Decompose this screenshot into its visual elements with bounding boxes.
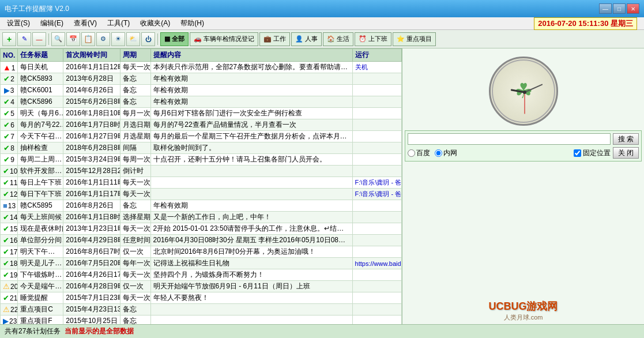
header-action[interactable]: 运行 xyxy=(352,49,401,62)
add-button[interactable]: + xyxy=(2,32,16,46)
cell-period: 每天一次 xyxy=(120,62,150,73)
filter-car-icon: 🚗 xyxy=(194,35,202,43)
cell-time: 2016年1月8日10时50分 xyxy=(63,108,120,119)
icon-btn1[interactable]: ☀ xyxy=(111,32,125,46)
table-row[interactable]: ✔15 现在是夜休时间 2013年1月23日1时50分 每天一次 2开始 201… xyxy=(1,223,402,235)
cell-title: 明天（每月6… xyxy=(18,108,63,119)
table-row[interactable]: ✔6 每月的7号22… 2016年1月7日8时55分 月选日期 每月的7号22查… xyxy=(1,119,402,131)
table-row[interactable]: ✔9 每周二上周… 2015年3月24日9时45分 每周一次 十点召开，还剩十五… xyxy=(1,154,402,166)
menu-help[interactable]: 帮助(H) xyxy=(176,17,209,29)
search-tool-button[interactable]: 🔍 xyxy=(51,32,65,46)
radio-baidu-text: 百度 xyxy=(416,148,430,158)
menu-settings[interactable]: 设置(S) xyxy=(2,17,35,29)
edit-button[interactable]: ✎ xyxy=(17,32,31,46)
radio-intranet-label[interactable]: 内网 xyxy=(435,148,457,158)
cell-period: 每天一次 xyxy=(120,269,150,281)
filter-life[interactable]: 🏠 生活 xyxy=(323,32,353,46)
filter-hr-icon: 👤 xyxy=(295,35,303,43)
table-container[interactable]: NO. 任务标题 首次闹铃时间 周期 提醒内容 运行 ▲1 每日关机 2016年… xyxy=(0,48,402,324)
search-button[interactable]: 搜 索 xyxy=(613,133,639,145)
fixpos-checkbox[interactable] xyxy=(574,149,581,157)
cell-content: 记得送上祝福和生日礼物 xyxy=(150,258,352,269)
cell-title: 赣CK6001 xyxy=(18,85,63,96)
table-row[interactable]: ✔12 每日下午下班 2016年1月1日17时47分 每天一次 F:\音乐\龚玥… xyxy=(1,189,402,200)
radio-baidu[interactable] xyxy=(408,149,415,157)
filter-car[interactable]: 🚗 车辆年检情况登记 xyxy=(190,32,258,46)
table-row[interactable]: ✔4 赣CK5896 2015年6月26日8时11分 备忘 年检有效期 xyxy=(1,96,402,108)
cell-period: 倒计时 xyxy=(120,166,150,177)
cell-time: 2016年4月28日9时0分 xyxy=(63,281,120,292)
cell-period: 月选日期 xyxy=(120,119,150,131)
cell-no: ✔2 xyxy=(1,73,18,85)
cell-title: 明天下午… xyxy=(18,246,63,258)
cell-title: 每日下午下班 xyxy=(18,189,63,200)
cell-period: 月选星期 xyxy=(120,131,150,142)
table-row[interactable]: ▶23 重点项目F 2015年10月25日 备忘 xyxy=(1,316,402,325)
menu-view[interactable]: 查看(V) xyxy=(69,17,101,29)
config-button[interactable]: ⚙ xyxy=(96,32,110,46)
cell-period: 仅一次 xyxy=(120,246,150,258)
menu-tools[interactable]: 工具(T) xyxy=(103,17,134,29)
cell-time: 2015年10月25日 xyxy=(63,316,120,325)
cell-title: 重点项目C xyxy=(18,304,63,316)
filter-shift[interactable]: ⏰ 上下班 xyxy=(355,32,391,46)
close-button-search[interactable]: 关 闭 xyxy=(613,147,639,159)
header-title[interactable]: 任务标题 xyxy=(18,49,63,62)
table-row[interactable]: ✔14 每天上班间候 2016年1月1日8时30分 选择星期 又是一个新的工作日… xyxy=(1,212,402,223)
filter-key[interactable]: ⭐ 重点项目 xyxy=(393,32,436,46)
cell-title: 现在是夜休时间 xyxy=(18,223,63,235)
table-row[interactable]: ✔21 睡觉提醒 2015年7月1日23时44分 每天一次 年轻人不要熬夜！ xyxy=(1,292,402,304)
cell-period: 间隔 xyxy=(120,142,150,154)
cell-action xyxy=(352,73,401,85)
header-time[interactable]: 首次闹铃时间 xyxy=(63,49,120,62)
table-row[interactable]: ✔10 软件开发部… 2015年12月28日23时43分53秒 倒计时 xyxy=(1,166,402,177)
minimize-button[interactable]: — xyxy=(599,3,612,14)
fixpos-label[interactable]: 固定位置 xyxy=(574,148,611,158)
cell-title: 每日关机 xyxy=(18,62,63,73)
table-row[interactable]: ✔18 明天是儿子… 2016年7月5日20时50分 每年一次 记得送上祝福和生… xyxy=(1,258,402,269)
filter-car-label: 车辆年检情况登记 xyxy=(204,35,254,43)
header-content[interactable]: 提醒内容 xyxy=(150,49,352,62)
cell-title: 软件开发部… xyxy=(18,166,63,177)
cell-content xyxy=(150,177,352,189)
cell-action: https://www.baidu.com/s? xyxy=(352,258,401,269)
table-row[interactable]: ✔7 今天下午召… 2016年1月27日9时10分 月选星期 每月的最后一个星期… xyxy=(1,131,402,142)
header-period[interactable]: 周期 xyxy=(120,49,150,62)
filter-life-label: 生活 xyxy=(337,35,349,43)
cell-no: ✔17 xyxy=(1,246,18,258)
filter-work[interactable]: 💼 工作 xyxy=(259,32,290,46)
close-button[interactable]: ✕ xyxy=(627,3,639,14)
table-row[interactable]: ■13 赣CK5895 2016年8月26日 备忘 年检有效期 xyxy=(1,200,402,212)
tools-button[interactable]: 📋 xyxy=(81,32,95,46)
search-input[interactable] xyxy=(408,133,611,145)
radio-intranet[interactable] xyxy=(435,149,442,157)
filter-all[interactable]: ▦ 全部 xyxy=(160,32,189,46)
menu-favorites[interactable]: 收藏夹(A) xyxy=(135,17,175,29)
delete-button[interactable]: — xyxy=(32,32,46,46)
menu-bar: 设置(S) 编辑(E) 查看(V) 工具(T) 收藏夹(A) 帮助(H) 201… xyxy=(0,17,644,30)
restore-button[interactable]: □ xyxy=(613,3,626,14)
table-row[interactable]: ✔5 明天（每月6… 2016年1月8日10时50分 每月一次 每月6日对下辖各… xyxy=(1,108,402,119)
radio-baidu-label[interactable]: 百度 xyxy=(408,148,430,158)
table-row[interactable]: ✔11 每日上午下班 2016年1月1日11时55分 每天一次 F:\音乐\龚玥… xyxy=(1,177,402,189)
table-row[interactable]: ✔19 下午锻炼时… 2016年4月26日17时8分 每天一次 坚持四个月，为锻… xyxy=(1,269,402,281)
cell-time: 2014年6月26日 xyxy=(63,85,120,96)
icon-btn2[interactable]: ⛅ xyxy=(126,32,140,46)
table-row[interactable]: ⚠22 重点项目C 2015年4月23日13时50分 备忘 xyxy=(1,304,402,316)
cell-no: ✔12 xyxy=(1,189,18,200)
table-row[interactable]: ✔16 单位部分分间… 2016年4月29日8时30分 任意时间 2016年04… xyxy=(1,235,402,246)
status-bar: 共有27条计划任务 当前显示的是全部数据 xyxy=(0,324,644,338)
cell-no: ⚠22 xyxy=(1,304,18,316)
table-row[interactable]: ✔17 明天下午… 2016年8月6日7时0分 仅一次 北京时间2016年8月6… xyxy=(1,246,402,258)
menu-edit[interactable]: 编辑(E) xyxy=(36,17,68,29)
clock-hands xyxy=(493,61,556,124)
table-row[interactable]: ✔2 赣CK5893 2013年6月28日 备忘 年检有效期 xyxy=(1,73,402,85)
power-button[interactable]: ⏻ xyxy=(141,32,155,46)
table-row[interactable]: ▶3 赣CK6001 2014年6月26日 备忘 年检有效期 xyxy=(1,85,402,96)
table-row[interactable]: ▲1 每日关机 2016年1月1日12时15分 每天一次 本列表只作示范用，全部… xyxy=(1,62,402,73)
table-row[interactable]: ✔8 抽样检查 2018年6月28日8时00分 间隔 取样化验时间到了。 xyxy=(1,142,402,154)
calendar-button[interactable]: 📅 xyxy=(66,32,80,46)
table-row[interactable]: ⚠20 今天是端午… 2016年4月28日9时0分 仅一次 明天开始端午节放假6… xyxy=(1,281,402,292)
cell-no: ⚠20 xyxy=(1,281,18,292)
filter-hr[interactable]: 👤 人事 xyxy=(291,32,322,46)
